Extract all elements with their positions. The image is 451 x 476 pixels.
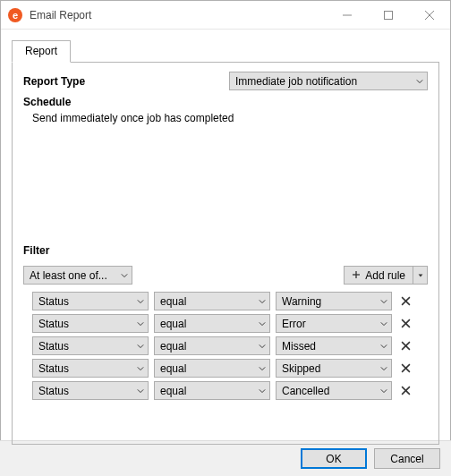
report-type-label: Report Type xyxy=(23,75,229,88)
add-rule-label: Add rule xyxy=(365,269,405,282)
add-rule-dropdown[interactable] xyxy=(413,266,428,285)
filter-label: Filter xyxy=(23,244,428,257)
chevron-down-icon xyxy=(380,362,387,375)
rule-op-dropdown[interactable]: equal xyxy=(154,381,270,400)
tab-panel: Report Type Immediate job notification S… xyxy=(12,62,439,445)
window-controls xyxy=(327,1,450,29)
chevron-down-icon xyxy=(121,269,128,282)
report-type-row: Report Type Immediate job notification xyxy=(23,72,428,90)
delete-rule-button[interactable] xyxy=(397,293,413,310)
rule-value-dropdown[interactable]: Skipped xyxy=(276,359,392,378)
rule-op-dropdown[interactable]: equal xyxy=(154,292,270,310)
rule-row: StatusequalWarning xyxy=(23,292,428,310)
tab-label: Report xyxy=(25,45,57,57)
schedule-text: Send immediately once job has completed xyxy=(32,112,428,124)
tab-report[interactable]: Report xyxy=(12,40,71,63)
report-type-dropdown[interactable]: Immediate job notification xyxy=(229,72,428,90)
chevron-down-icon xyxy=(259,385,266,397)
rule-value: Cancelled xyxy=(282,385,329,397)
rule-op-dropdown[interactable]: equal xyxy=(154,359,270,378)
rule-field-dropdown[interactable]: Status xyxy=(32,314,149,333)
filter-condition-dropdown[interactable]: At least one of... xyxy=(23,266,132,285)
rule-value: Warning xyxy=(282,295,321,308)
rule-field-value: Status xyxy=(38,340,69,353)
chevron-down-icon xyxy=(416,75,423,88)
chevron-down-icon xyxy=(380,385,387,397)
rule-field-value: Status xyxy=(38,385,69,397)
rule-value: Error xyxy=(282,318,306,330)
svg-rect-1 xyxy=(385,11,393,19)
window-title: Email Report xyxy=(30,9,91,21)
rule-value: Missed xyxy=(282,340,316,353)
tab-strip: Report xyxy=(12,40,439,63)
delete-rule-button[interactable] xyxy=(397,338,413,354)
chevron-down-icon xyxy=(380,318,387,330)
rules-list: StatusequalWarningStatusequalErrorStatus… xyxy=(23,292,428,400)
dialog-footer: OK Cancel xyxy=(0,440,451,476)
titlebar: e Email Report xyxy=(1,1,450,30)
chevron-down-icon xyxy=(259,318,266,330)
add-rule-group: Add rule xyxy=(344,266,428,285)
report-type-value: Immediate job notification xyxy=(235,75,357,88)
rule-op-dropdown[interactable]: equal xyxy=(154,314,270,333)
plus-icon xyxy=(352,269,361,282)
delete-rule-button[interactable] xyxy=(397,316,413,332)
chevron-down-icon xyxy=(259,295,266,308)
rule-field-value: Status xyxy=(38,362,69,375)
chevron-down-icon xyxy=(259,362,266,375)
chevron-down-icon xyxy=(259,340,266,353)
chevron-down-icon xyxy=(137,362,144,375)
content-area: Report Report Type Immediate job notific… xyxy=(1,30,450,445)
cancel-label: Cancel xyxy=(390,453,423,465)
chevron-down-icon xyxy=(137,340,144,353)
rule-value-dropdown[interactable]: Warning xyxy=(276,292,392,310)
delete-rule-button[interactable] xyxy=(397,383,413,399)
maximize-button[interactable] xyxy=(368,1,409,29)
rule-value-dropdown[interactable]: Cancelled xyxy=(276,381,392,400)
rule-row: StatusequalMissed xyxy=(23,336,428,355)
chevron-down-icon xyxy=(380,340,387,353)
rule-field-value: Status xyxy=(38,295,69,308)
rule-value-dropdown[interactable]: Missed xyxy=(276,336,392,355)
app-icon: e xyxy=(8,8,22,22)
rule-op-value: equal xyxy=(160,318,186,330)
rule-value-dropdown[interactable]: Error xyxy=(276,314,392,333)
minimize-button[interactable] xyxy=(327,1,368,29)
rule-field-dropdown[interactable]: Status xyxy=(32,381,149,400)
ok-button[interactable]: OK xyxy=(301,448,367,469)
cancel-button[interactable]: Cancel xyxy=(374,448,440,469)
chevron-down-icon xyxy=(380,295,387,308)
filter-condition-value: At least one of... xyxy=(30,269,107,282)
rule-row: StatusequalCancelled xyxy=(23,381,428,400)
rule-field-dropdown[interactable]: Status xyxy=(32,292,149,310)
rule-row: StatusequalSkipped xyxy=(23,359,428,378)
filter-section: Filter At least one of... Add rule xyxy=(23,244,428,400)
close-button[interactable] xyxy=(409,1,450,29)
chevron-down-icon xyxy=(137,295,144,308)
rule-value: Skipped xyxy=(282,362,320,375)
chevron-down-icon xyxy=(137,318,144,330)
rule-field-dropdown[interactable]: Status xyxy=(32,336,149,355)
rule-op-dropdown[interactable]: equal xyxy=(154,336,270,355)
rule-row: StatusequalError xyxy=(23,314,428,333)
chevron-down-icon xyxy=(137,385,144,397)
rule-op-value: equal xyxy=(160,340,186,353)
ok-label: OK xyxy=(326,453,341,465)
add-rule-button[interactable]: Add rule xyxy=(344,266,413,285)
rule-op-value: equal xyxy=(160,362,186,375)
rule-op-value: equal xyxy=(160,385,186,397)
filter-top-row: At least one of... Add rule xyxy=(23,266,428,285)
rule-op-value: equal xyxy=(160,295,186,308)
rule-field-value: Status xyxy=(38,318,69,330)
delete-rule-button[interactable] xyxy=(397,361,413,377)
schedule-label: Schedule xyxy=(23,96,428,108)
rule-field-dropdown[interactable]: Status xyxy=(32,359,149,378)
